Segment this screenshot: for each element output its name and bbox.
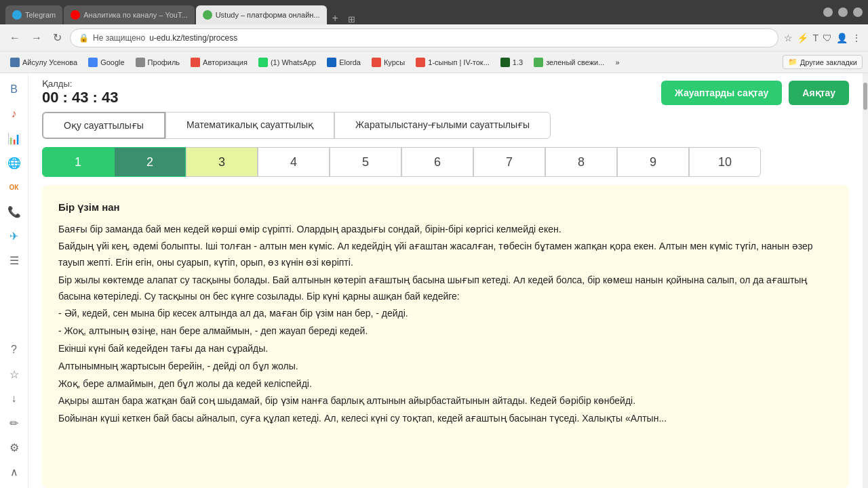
minimize-button[interactable] [823,7,833,17]
close-button[interactable] [853,7,863,17]
question-4[interactable]: 4 [258,147,330,177]
tab-reading[interactable]: Оқу сауаттылығы [42,112,165,139]
tab-youtube[interactable]: Аналитика по каналу – YouT... [64,5,194,24]
finish-button[interactable]: Аяқтау [789,81,849,105]
address-url: u-edu.kz/testing/process [149,33,237,43]
bookmark-whatsapp[interactable]: (1) WhatsApp [254,56,321,69]
bookmark-school[interactable]: 1-сынып | IV-ток... [411,56,494,69]
text-para-5: Екінші күні бай кедейден тағы да нан сұр… [58,341,833,357]
bookmark-other[interactable]: 📁 Другие закладки [783,55,863,69]
sidebar-chevron-icon[interactable]: ∧ [3,461,25,483]
bookmark-kursy[interactable]: Курсы [367,56,410,69]
timer-label: Қалды: [42,79,119,89]
menu-dots-button[interactable]: ⋮ [852,33,861,43]
text-para-0: Баяғы бір заманда бай мен кедей көрші өм… [58,222,833,238]
question-8[interactable]: 8 [545,147,617,177]
left-sidebar: В ♪ 📊 🌐 ОК 📞 ✈ ☰ ? ☆ ↓ ✏ ⚙ ∧ [0,73,28,488]
tab-telegram[interactable]: Telegram [5,5,62,24]
tab-extensions-button[interactable]: ⊞ [344,14,359,24]
sidebar-download-icon[interactable]: ↓ [3,388,25,409]
sidebar-question-icon[interactable]: ? [3,339,25,361]
question-9[interactable]: 9 [617,147,689,177]
back-button[interactable]: ← [7,30,23,45]
right-scrollbar[interactable] [863,73,868,488]
bookmark-other-label: Другие закладки [800,58,857,66]
question-1[interactable]: 1 [42,147,114,177]
ustudy-tab-icon [203,10,212,20]
google-bookmark-icon [88,58,98,67]
text-para-1: Байдың үйі кең, әдемі болыпты. Іші толға… [58,239,833,271]
shield-button[interactable]: 🛡 [823,33,832,43]
sidebar-telegram-icon[interactable]: ✈ [3,225,25,247]
address-bar-container: ← → ↻ 🔒 Не защищено u-edu.kz/testing/pro… [0,24,868,52]
browser-tabs: Telegram Аналитика по каналу – YouT... U… [5,0,815,24]
sidebar-star-icon[interactable]: ☆ [3,363,25,385]
tab-ustudy-label: Ustudy – платформа онлайн... [216,11,320,19]
forward-button[interactable]: → [28,30,45,45]
13-bookmark-icon [500,58,510,67]
green-bookmark-icon [534,58,543,67]
bookmark-profile-label: Профиль [148,58,180,66]
text-para-3: - Әй, кедей, сен мына бір кесек алтында … [58,306,833,322]
text-para-2: Бір жылы көктемде алапат су тасқыны бола… [58,272,833,305]
sidebar-menu-icon[interactable]: ☰ [3,249,25,271]
text-para-4: - Жоқ, алтының өзіңе, нан бере алмаймын,… [58,323,833,340]
page-content: Қалды: 00 : 43 : 43 Жауаптарды сақтау Ая… [28,73,863,488]
question-6[interactable]: 6 [401,147,473,177]
sidebar-music-icon[interactable]: ♪ [3,103,25,125]
bookmark-more[interactable]: » [610,56,624,68]
tab-math[interactable]: Математикалық сауаттылық [165,112,334,139]
sidebar-vk-icon[interactable]: В [3,79,25,100]
address-actions: ☆ ⚡ T 🛡 👤 ⋮ [784,33,861,43]
scrollbar-thumb[interactable] [863,83,867,110]
bookmark-elorda[interactable]: Elorda [322,56,366,69]
bookmark-vk-label: Айсулу Усенова [22,58,77,66]
sidebar-planet-icon[interactable]: 🌐 [3,152,25,174]
sidebar-settings-icon[interactable]: ⚙ [3,436,25,458]
profile-button[interactable]: 👤 [836,33,848,43]
sidebar-phone-icon[interactable]: 📞 [3,201,25,222]
bookmark-kursy-label: Курсы [384,58,405,66]
translate-button[interactable]: T [812,33,818,43]
sidebar-analytics-icon[interactable]: 📊 [3,127,25,149]
bookmark-13-label: 1.3 [513,58,523,66]
bookmark-auth[interactable]: Авторизация [186,56,252,69]
timer-value: 00 : 43 : 43 [42,89,119,106]
tab-telegram-label: Telegram [25,11,56,19]
bookmark-vk[interactable]: Айсулу Усенова [5,56,82,69]
auth-bookmark-icon [191,58,200,67]
bookmark-google[interactable]: Google [83,56,129,69]
question-2[interactable]: 2 [114,147,186,177]
question-3[interactable]: 3 [186,147,258,177]
question-10[interactable]: 10 [689,147,761,177]
save-answers-button[interactable]: Жауаптарды сақтау [661,81,782,105]
bookmark-more-label: » [615,58,619,66]
question-5[interactable]: 5 [330,147,401,177]
text-content-area: Бір үзім нан Баяғы бір заманда бай мен к… [42,185,849,488]
refresh-button[interactable]: ↻ [50,30,64,45]
kursy-bookmark-icon [372,58,381,67]
bookmark-folder-icon: 📁 [788,58,797,66]
top-bar: Қалды: 00 : 43 : 43 Жауаптарды сақтау Ая… [28,73,863,112]
bookmark-green-label: зеленый свежи... [546,58,604,66]
question-7[interactable]: 7 [473,147,545,177]
sidebar-pencil-icon[interactable]: ✏ [3,412,25,434]
new-tab-button[interactable]: + [328,12,342,24]
extensions-button[interactable]: ⚡ [797,33,808,43]
action-buttons: Жауаптарды сақтау Аяқтау [661,81,849,105]
address-input[interactable]: 🔒 Не защищено u-edu.kz/testing/process [70,28,778,47]
maximize-button[interactable] [838,7,848,17]
bookmark-profile[interactable]: Профиль [131,56,185,69]
bookmarks-bar: Айсулу Усенова Google Профиль Авторизаци… [0,52,868,73]
vk-bookmark-icon [10,58,20,67]
bookmark-green[interactable]: зеленый свежи... [529,56,609,69]
tab-ustudy[interactable]: Ustudy – платформа онлайн... [196,5,327,24]
lock-icon: 🔒 [79,33,89,43]
not-secure-label: Не защищено [93,33,145,43]
bookmark-star-button[interactable]: ☆ [784,33,793,43]
bookmark-13[interactable]: 1.3 [496,56,528,69]
sidebar-ok-icon[interactable]: ОК [3,176,25,198]
elorda-bookmark-icon [327,58,336,67]
tab-science[interactable]: Жаратылыстану-ғылыми сауаттылығы [334,112,551,139]
telegram-tab-icon [12,10,22,20]
